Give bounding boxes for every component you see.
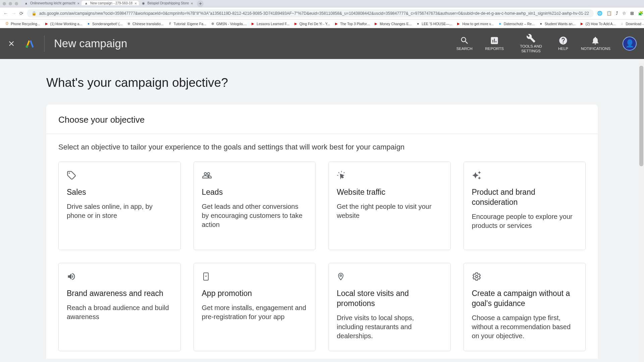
objective-traffic[interactable]: Website traffic Get the right people to … [328, 162, 451, 250]
tools-label: TOOLS AND SETTINGS [517, 44, 545, 54]
bookmark-item[interactable]: ▶Money Changes E... [372, 21, 413, 27]
forward-button[interactable]: → [11, 10, 16, 17]
objective-desc: Reach a broad audience and build awarene… [67, 303, 172, 321]
google-ads-logo-icon [25, 39, 35, 49]
new-tab-button[interactable]: + [197, 0, 204, 7]
objective-card-panel: Choose your objective Select an objectiv… [46, 105, 598, 359]
header-left: New campaign [7, 35, 127, 52]
account-avatar[interactable]: 👤 [623, 37, 637, 51]
objective-title: Leads [202, 187, 308, 197]
objectives-grid: Sales Drive sales online, in app, by pho… [58, 162, 586, 351]
window-max[interactable] [15, 2, 18, 5]
lock-icon: 🔒 [32, 11, 37, 16]
reload-button[interactable]: ⟳ [19, 10, 23, 17]
bookmark-item[interactable]: OPhone Recycling... [3, 21, 42, 27]
bookmark-item[interactable]: ⊕GMSN - Vologda.... [209, 21, 248, 27]
campaign-objective-heading: What's your campaign objective? [46, 76, 598, 90]
tab-title: Onlinewerbung leicht gemacht [30, 1, 75, 5]
note-icon[interactable]: 📋 [606, 11, 612, 16]
addr-right-icons: 🌐 📋 ⤴ ☆ ⊞ 🧩 ⚫ ◐ ⋮ [597, 10, 644, 17]
bookmark-item[interactable]: ↓Download - Cooki... [618, 21, 644, 27]
bookmark-item[interactable]: ▶How to get more v... [455, 21, 495, 27]
youtube-icon: ▶ [251, 21, 255, 26]
bookmark-favicon: ■ [498, 21, 502, 26]
tab-1[interactable]: ▲ New campaign - 279-560-18 × [82, 1, 139, 5]
tag-icon [67, 171, 172, 180]
objective-leads[interactable]: Leads Get leads and other conversions by… [194, 162, 316, 250]
help-icon [558, 36, 568, 45]
bookmark-favicon: O [5, 21, 9, 26]
close-icon[interactable]: × [191, 1, 193, 5]
url-text: ads.google.com/aw/campaigns/new?ocid=359… [39, 11, 589, 16]
bookmarks-bar: OPhone Recycling... ▶(1) How Working a..… [0, 19, 644, 28]
youtube-icon: ▶ [456, 21, 461, 26]
page-title: New campaign [54, 37, 127, 50]
svg-point-0 [26, 45, 29, 48]
help-label: HELP [558, 47, 568, 51]
search-button[interactable]: SEARCH [457, 36, 473, 51]
objective-desc: Encourage people to explore your product… [472, 212, 578, 230]
objective-title: Create a campaign without a goal's guida… [472, 289, 578, 309]
close-button[interactable] [7, 40, 15, 48]
objective-desc: Get the right people to visit your websi… [337, 202, 442, 220]
objective-brand-consideration[interactable]: Product and brand consideration Encourag… [464, 162, 586, 250]
star-icon[interactable]: ☆ [622, 11, 626, 16]
bookmark-item[interactable]: ▶The Top 3 Platfor... [333, 21, 371, 27]
back-button[interactable]: ← [3, 10, 8, 17]
app-header: New campaign SEARCH REPORTS TOOLS AND SE… [0, 28, 644, 59]
bookmark-item[interactable]: ●LEE 'S HOUSE—... [414, 21, 453, 27]
browser-tabs-row: ▲ Onlinewerbung leicht gemacht × ▲ New c… [0, 0, 644, 7]
objective-local[interactable]: Local store visits and promotions Drive … [328, 263, 451, 351]
bookmark-item[interactable]: ▶Qing Fei De Yi - Y... [292, 21, 331, 27]
close-icon[interactable]: × [77, 1, 79, 5]
svg-point-3 [475, 276, 478, 278]
bookmark-item[interactable]: ●Student Wants an... [537, 21, 577, 27]
objective-desc: Drive sales online, in app, by phone or … [67, 202, 172, 220]
chart-icon [490, 36, 499, 45]
objective-awareness[interactable]: Brand awareness and reach Reach a broad … [58, 263, 181, 351]
objective-title: Product and brand consideration [472, 187, 578, 207]
puzzle-icon[interactable]: 🧩 [638, 11, 643, 16]
tab-0[interactable]: ▲ Onlinewerbung leicht gemacht × [21, 1, 82, 5]
bookmark-item[interactable]: ⊕Chinese translatio... [125, 21, 165, 27]
help-button[interactable]: HELP [558, 36, 568, 51]
ext-1-icon[interactable]: ⊞ [630, 11, 634, 16]
people-icon [202, 171, 308, 180]
bookmark-favicon: ● [416, 21, 420, 26]
tab-title: New campaign - 279-560-18 [90, 1, 132, 5]
bookmark-favicon: ● [86, 21, 91, 26]
header-divider [44, 35, 45, 52]
objective-sales[interactable]: Sales Drive sales online, in app, by pho… [58, 162, 181, 250]
close-icon[interactable]: × [135, 1, 137, 5]
url-input[interactable]: 🔒 ads.google.com/aw/campaigns/new?ocid=3… [27, 9, 594, 17]
window-close[interactable] [3, 2, 6, 5]
tab-2[interactable]: ◉ Beispiel Dropshipping Store × [139, 1, 195, 5]
address-bar: ← → ⟳ 🔒 ads.google.com/aw/campaigns/new?… [0, 7, 644, 19]
svg-point-1 [69, 173, 70, 174]
tools-settings-button[interactable]: TOOLS AND SETTINGS [517, 34, 545, 54]
bookmark-item[interactable]: #Tutorial: Eigene Fa... [166, 21, 208, 27]
objective-app[interactable]: App promotion Get more installs, engagem… [194, 263, 316, 351]
bookmark-item[interactable]: ●Sonderangebot! (... [85, 21, 124, 27]
bookmark-item[interactable]: ▶(1) How Working a... [43, 21, 84, 27]
bookmark-favicon: ⊕ [126, 21, 131, 26]
header-right: SEARCH REPORTS TOOLS AND SETTINGS HELP N… [457, 34, 637, 54]
objective-desc: Get more installs, engagement and pre-re… [202, 303, 308, 321]
bookmark-item[interactable]: ▶Lessons Learned F... [249, 21, 290, 27]
objective-desc: Drive visits to local shops, including r… [337, 313, 442, 341]
notifications-button[interactable]: NOTIFICATIONS [581, 36, 610, 51]
search-icon [460, 36, 469, 45]
reports-button[interactable]: REPORTS [485, 36, 504, 51]
share-icon[interactable]: ⤴ [616, 11, 618, 16]
window-min[interactable] [9, 2, 12, 5]
objective-no-goal[interactable]: Create a campaign without a goal's guida… [464, 263, 586, 351]
translate-icon[interactable]: 🌐 [597, 11, 602, 16]
bookmark-item[interactable]: ▶(2) How To Add A... [578, 21, 617, 27]
sparkles-icon [472, 171, 578, 180]
objective-title: Brand awareness and reach [67, 289, 172, 299]
bookmark-item[interactable]: ■Datenschutz – Re... [496, 21, 536, 27]
youtube-icon: ▶ [334, 21, 339, 26]
google-ads-icon: ▲ [24, 1, 28, 5]
scrollbar[interactable] [639, 62, 644, 362]
scrollbar-thumb[interactable] [639, 66, 643, 166]
